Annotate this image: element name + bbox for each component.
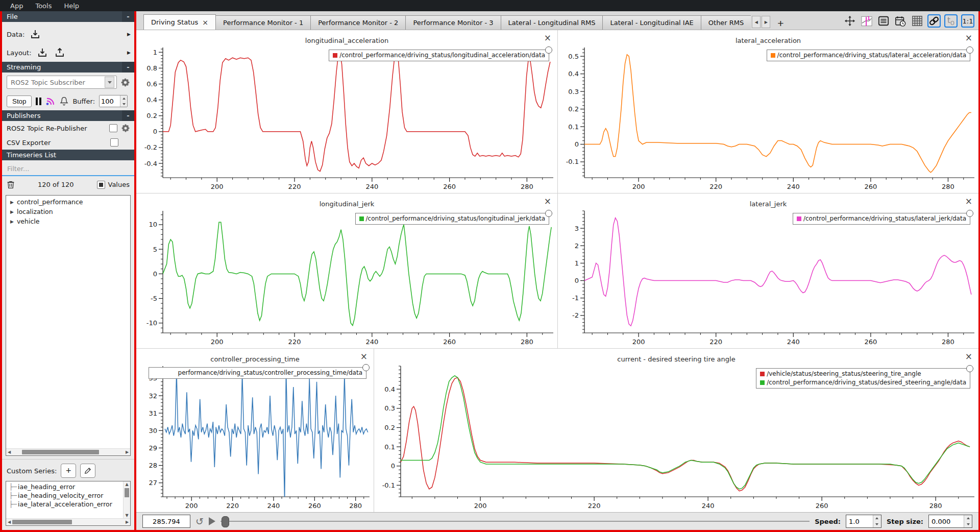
menu-help[interactable]: Help	[59, 1, 84, 11]
streaming-source-select[interactable]: ROS2 Topic Subscriber	[7, 76, 117, 89]
plot-legend[interactable]: /vehicle/status/steering_status/steering…	[756, 368, 970, 389]
time-field[interactable]	[142, 515, 190, 528]
legend-entry[interactable]: /control_performance/driving_status/long…	[333, 51, 545, 60]
link-axes-button[interactable]	[927, 14, 941, 28]
legend-toggle-icon[interactable]	[545, 210, 552, 217]
plot-legend[interactable]: /control_performance/driving_status/long…	[355, 213, 549, 225]
tree-horizontal-scrollbar[interactable]: ◀ ▶	[6, 448, 130, 455]
menu-tools[interactable]: Tools	[30, 1, 57, 11]
legend-toggle-icon[interactable]	[966, 46, 973, 54]
collapse-streaming-button[interactable]: -	[122, 62, 134, 72]
tree-item-localization[interactable]: ▶localization	[6, 207, 130, 216]
streaming-gear-icon[interactable]	[121, 78, 130, 87]
chart-canvas[interactable]: 20022024026028010.80.60.40.20-0.2-0.4	[136, 44, 557, 193]
tree-expand-icon[interactable]: ▶	[10, 200, 14, 205]
plot-close-icon[interactable]: ×	[360, 353, 368, 360]
legend-entry[interactable]: /control_performance/driving_status/desi…	[760, 378, 966, 387]
tree-expand-icon[interactable]: ▶	[10, 219, 14, 224]
republisher-checkbox[interactable]	[109, 124, 117, 132]
tree-expand-icon[interactable]: ▶	[10, 209, 14, 214]
grid-layout-button[interactable]	[911, 14, 924, 28]
buffer-spin-down[interactable]	[120, 101, 127, 107]
buffer-input[interactable]	[100, 95, 120, 107]
tab-lateral-longitudinal-rms[interactable]: Lateral - Longitudinal RMS	[501, 15, 603, 30]
plot-close-icon[interactable]: ×	[965, 198, 972, 205]
republisher-gear-icon[interactable]	[121, 124, 130, 132]
plot-legend[interactable]: performance/driving_status/controller_pr…	[149, 367, 366, 379]
step-size-input[interactable]	[929, 515, 964, 527]
buffer-spinbox[interactable]	[99, 95, 128, 107]
legend-toggle-icon[interactable]	[545, 46, 552, 54]
datetime-button[interactable]	[894, 14, 907, 28]
legend-entry[interactable]: performance/driving_status/controller_pr…	[153, 369, 362, 377]
scroll-right-icon[interactable]: ▶	[124, 519, 130, 525]
speed-spin-down[interactable]	[873, 521, 881, 527]
legend-entry[interactable]: /control_performance/driving_status/late…	[797, 214, 966, 223]
filter-input[interactable]	[2, 162, 134, 176]
time-slider[interactable]	[220, 516, 810, 527]
values-checkbox[interactable]	[97, 181, 105, 189]
plot-close-icon[interactable]: ×	[965, 353, 972, 360]
loop-icon[interactable]: ↺	[195, 517, 204, 526]
tab-scroll-right-button[interactable]: ▶	[762, 16, 770, 28]
chart-canvas[interactable]: 2002202402602803210-1-2	[558, 208, 978, 348]
menu-app[interactable]: App	[5, 1, 28, 11]
plot-style-button[interactable]: 1	[860, 14, 873, 28]
load-layout-button[interactable]	[36, 46, 49, 59]
chart-canvas[interactable]: 2002202402602800.50.40.30.20.10-0.1	[558, 44, 978, 193]
tree-hscroll-thumb[interactable]	[22, 450, 99, 454]
buffer-spin-up[interactable]	[120, 95, 127, 101]
plot-legend[interactable]: /control_performance/driving_status/late…	[793, 213, 970, 225]
tab-other-rms[interactable]: Other RMS	[701, 15, 751, 30]
plot-legend[interactable]: /control_performance/driving_status/long…	[329, 50, 549, 61]
legend-entry[interactable]: /control_performance/driving_status/late…	[771, 51, 966, 60]
tab-close-icon[interactable]: ×	[202, 18, 208, 27]
speed-input[interactable]	[846, 515, 873, 527]
plot-close-icon[interactable]: ×	[544, 198, 551, 205]
pause-icon[interactable]	[36, 98, 41, 105]
plot-close-icon[interactable]: ×	[544, 34, 551, 41]
plot-close-icon[interactable]: ×	[965, 34, 972, 41]
tree-item-vehicle[interactable]: ▶vehicle	[6, 216, 130, 226]
legend-toggle-icon[interactable]	[966, 210, 973, 217]
custom-series-vscrollbar[interactable]: ▲ ▼	[123, 481, 130, 518]
tab-scroll-left-button[interactable]: ◀	[752, 16, 761, 28]
tree-item-control-performance[interactable]: ▶control_performance	[6, 197, 130, 207]
legend-toggle-icon[interactable]	[362, 364, 370, 371]
ratio-button[interactable]: 1:1	[961, 14, 974, 28]
tab-driving-status[interactable]: Driving Status ×	[143, 14, 216, 30]
csv-exporter-checkbox[interactable]	[110, 138, 118, 147]
streaming-signal-icon[interactable]	[45, 96, 56, 106]
notifications-bell-icon[interactable]	[60, 96, 68, 106]
custom-series-item[interactable]: ├─iae_lateral_acceleration_error	[9, 500, 130, 509]
data-menu-arrow-icon[interactable]: ▶	[127, 32, 131, 37]
speed-spinbox[interactable]	[846, 515, 881, 528]
legend-entry[interactable]: /vehicle/status/steering_status/steering…	[760, 370, 966, 378]
move-view-button[interactable]	[843, 14, 856, 28]
time-offset-button[interactable]: tO	[944, 14, 958, 28]
layout-menu-arrow-icon[interactable]: ▶	[127, 50, 131, 55]
add-custom-series-button[interactable]: +	[61, 464, 76, 478]
speed-spin-up[interactable]	[873, 515, 881, 521]
step-spin-up[interactable]	[964, 515, 972, 521]
custom-series-hscrollbar[interactable]: ◀ ▶	[6, 518, 130, 525]
chart-canvas[interactable]: 20022024026028033323130292827	[136, 363, 374, 512]
play-button[interactable]	[209, 517, 215, 525]
delete-series-trash-icon[interactable]	[7, 180, 15, 189]
tab-performance-monitor-2[interactable]: Performance Monitor - 2	[310, 15, 406, 30]
legend-toggle-icon[interactable]	[966, 365, 973, 372]
tab-lateral-longitudinal-iae[interactable]: Lateral - Longitudinal IAE	[602, 15, 701, 30]
legend-entry[interactable]: /control_performance/driving_status/long…	[359, 214, 545, 223]
tab-performance-monitor-1[interactable]: Performance Monitor - 1	[215, 15, 311, 30]
collapse-publishers-button[interactable]: -	[122, 110, 134, 121]
stop-button[interactable]: Stop	[7, 95, 32, 107]
collapse-file-button[interactable]: -	[122, 11, 134, 22]
scroll-left-icon[interactable]: ◀	[6, 449, 12, 455]
custom-series-item[interactable]: ├─iae_heading_velocity_error	[9, 491, 130, 500]
step-spin-down[interactable]	[964, 521, 972, 527]
tab-performance-monitor-3[interactable]: Performance Monitor - 3	[405, 15, 501, 30]
scroll-up-icon[interactable]: ▲	[124, 481, 130, 487]
custom-series-hscroll-thumb[interactable]	[12, 520, 72, 524]
add-tab-button[interactable]: +	[774, 18, 787, 29]
save-layout-button[interactable]	[53, 46, 66, 59]
